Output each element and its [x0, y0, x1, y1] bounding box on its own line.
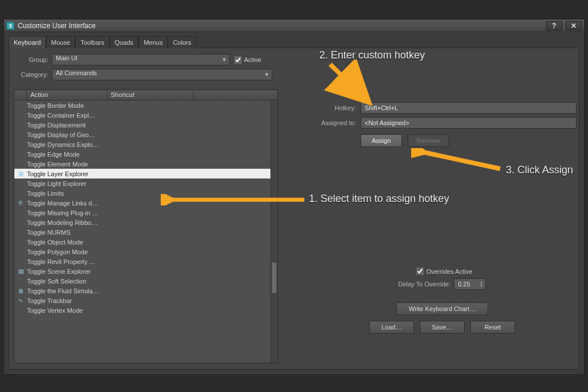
track-icon: ∿ [16, 297, 26, 304]
list-item-label: Toggle Vertex Mode [26, 307, 83, 314]
list-item-label: Toggle Displacement [26, 122, 86, 129]
assigned-field: <Not Assigned> [361, 117, 577, 129]
list-item-label: Toggle Modeling Ribbo… [26, 219, 98, 226]
list-item[interactable]: Toggle Limits [14, 188, 270, 198]
list-item[interactable]: Toggle NURMS [14, 227, 270, 237]
list-item-label: Toggle Revit Property … [26, 258, 95, 265]
list-item-label: Toggle Layer Explorer [26, 170, 88, 177]
col-shortcut[interactable]: Shortcut [107, 90, 194, 100]
list-item[interactable]: Toggle Soft Selection [14, 276, 270, 286]
list-item[interactable]: Toggle Object Mode [14, 237, 270, 247]
tab-menus[interactable]: Menus [138, 36, 168, 48]
list-item-label: Toggle Border Mode [26, 102, 84, 109]
fluid-icon: ◍ [16, 288, 26, 294]
category-value: All Commands [56, 69, 97, 76]
assigned-label: Assigned to: [308, 119, 361, 126]
group-value: Main UI [56, 55, 78, 61]
active-checkbox[interactable]: Active [234, 56, 261, 64]
chevron-down-icon: ▼ [264, 72, 269, 77]
list-item[interactable]: Toggle Vertex Mode [14, 305, 270, 315]
delay-spinner[interactable]: 0.25 ▲▼ [454, 278, 486, 290]
remove-button: Remove [408, 134, 449, 147]
customize-ui-window: 3 Customize User Interface ? ✕ Keyboard … [3, 19, 585, 375]
list-item-label: Toggle Object Mode [26, 239, 83, 246]
link-icon: ⎘ [16, 200, 26, 206]
scrollbar-thumb[interactable] [272, 262, 277, 293]
list-item-label: Toggle Display of Geo… [26, 131, 95, 138]
list-item[interactable]: Toggle Display of Geo… [14, 130, 270, 139]
list-header: Action Shortcut [14, 90, 277, 100]
load-button[interactable]: Load… [369, 321, 414, 333]
window-title: Customize User Interface [18, 22, 543, 30]
list-item-label: Toggle Edge Mode [26, 151, 80, 158]
overrides-active-checkbox[interactable]: Overrides Active [416, 267, 472, 275]
save-button[interactable]: Save… [420, 321, 465, 333]
tab-quads[interactable]: Quads [110, 36, 138, 48]
hotkey-label: Hotkey: [308, 104, 361, 111]
list-item[interactable]: ▤Toggle Scene Explorer [14, 266, 270, 276]
hotkey-input[interactable] [361, 102, 577, 114]
list-item-label: Toggle Container Expl… [26, 112, 95, 119]
list-item[interactable]: Toggle Missing Plug-in … [14, 208, 270, 218]
list-item[interactable]: Toggle Border Mode [14, 100, 270, 110]
list-item[interactable]: Toggle Revit Property … [14, 257, 270, 266]
list-item[interactable]: Toggle Container Expl… [14, 110, 270, 120]
close-button[interactable]: ✕ [566, 21, 582, 30]
list-item[interactable]: Toggle Element Mode [14, 159, 270, 169]
category-select[interactable]: All Commands ▼ [52, 69, 272, 80]
scrollbar[interactable] [270, 100, 277, 363]
tab-keyboard[interactable]: Keyboard [9, 36, 46, 48]
left-column: Group: Main UI ▼ Active Category: All Co… [14, 54, 278, 363]
chevron-down-icon: ▼ [222, 57, 227, 63]
delay-value: 0.25 [458, 281, 470, 288]
list-item-label: Toggle Soft Selection [26, 278, 86, 285]
list-body[interactable]: Toggle Border ModeToggle Container Expl…… [14, 100, 270, 363]
list-item[interactable]: Toggle Displacement [14, 120, 270, 130]
list-item-label: Toggle Missing Plug-in … [26, 209, 98, 216]
tab-toolbars[interactable]: Toolbars [75, 36, 110, 48]
tab-colors[interactable]: Colors [168, 36, 196, 48]
list-item-label: Toggle Trackbar [26, 297, 72, 304]
group-label: Group: [14, 56, 52, 63]
list-item-label: Toggle the Fluid Simula… [26, 288, 99, 294]
list-item[interactable]: ▦Toggle Layer Explorer [14, 169, 270, 178]
list-item-label: Toggle Polygon Mode [26, 249, 88, 255]
list-item[interactable]: Toggle Edge Mode [14, 149, 270, 159]
help-button[interactable]: ? [546, 21, 562, 30]
group-select[interactable]: Main UI ▼ [52, 54, 230, 65]
list-item[interactable]: Toggle Polygon Mode [14, 247, 270, 257]
overrides-check-input[interactable] [416, 267, 424, 275]
category-label: Category: [14, 71, 52, 78]
scene-icon: ▤ [16, 268, 26, 274]
list-item[interactable]: ∿Toggle Trackbar [14, 296, 270, 305]
list-item[interactable]: Toggle Light Explorer [14, 178, 270, 188]
list-item-label: Toggle Light Explorer [26, 180, 86, 187]
tab-strip: Keyboard Mouse Toolbars Quads Menus Colo… [9, 36, 579, 48]
list-item-label: Toggle Manage Links d… [26, 200, 98, 207]
action-list: Action Shortcut Toggle Border ModeToggle… [14, 90, 278, 363]
layer-icon: ▦ [16, 170, 26, 177]
list-item[interactable]: ◍Toggle the Fluid Simula… [14, 286, 270, 296]
reset-button[interactable]: Reset [470, 321, 515, 333]
titlebar[interactable]: 3 Customize User Interface ? ✕ [4, 20, 584, 32]
assign-button[interactable]: Assign [361, 134, 402, 147]
list-item-label: Toggle Limits [26, 190, 64, 197]
col-icon[interactable] [14, 90, 27, 100]
app-icon: 3 [6, 22, 14, 30]
col-action[interactable]: Action [27, 90, 107, 100]
list-item-label: Toggle NURMS [26, 229, 71, 236]
list-item-label: Toggle Element Mode [26, 161, 88, 168]
active-label: Active [244, 56, 261, 63]
list-item[interactable]: ⎘Toggle Manage Links d… [14, 198, 270, 208]
list-item[interactable]: Toggle Dynamics Explo… [14, 139, 270, 149]
list-item[interactable]: Toggle Modeling Ribbo… [14, 218, 270, 227]
keyboard-panel: Group: Main UI ▼ Active Category: All Co… [9, 48, 579, 370]
delay-label: Delay To Override: [399, 281, 451, 288]
tab-mouse[interactable]: Mouse [46, 36, 75, 48]
write-chart-button[interactable]: Write Keyboard Chart… [396, 302, 488, 315]
assigned-value: <Not Assigned> [365, 119, 409, 126]
active-check-input[interactable] [234, 56, 242, 64]
list-item-label: Toggle Scene Explorer [26, 268, 91, 275]
list-item-label: Toggle Dynamics Explo… [26, 141, 99, 148]
spinner-arrows-icon[interactable]: ▲▼ [479, 281, 483, 288]
